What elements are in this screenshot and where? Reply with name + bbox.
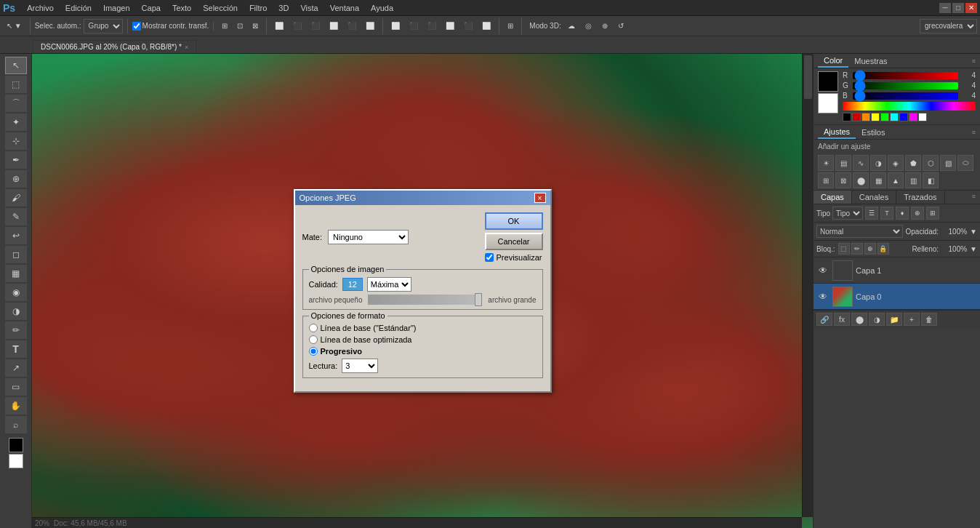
fg-color-swatch[interactable] bbox=[9, 438, 23, 452]
menu-3d[interactable]: 3D bbox=[273, 2, 294, 14]
adj-curves[interactable]: ∿ bbox=[853, 155, 869, 171]
mate-select[interactable]: Ninguno bbox=[328, 230, 409, 244]
menu-capa[interactable]: Capa bbox=[136, 2, 166, 14]
modo3d-btn2[interactable]: ◎ bbox=[582, 18, 595, 34]
extra-btn1[interactable]: ⊞ bbox=[504, 18, 517, 34]
layer-eye-capa1[interactable]: 👁 bbox=[816, 264, 830, 277]
adj-selective-color[interactable]: ◧ bbox=[923, 172, 939, 188]
lectura-select[interactable]: 3 bbox=[342, 359, 378, 373]
brush-tool[interactable]: 🖌 bbox=[5, 189, 27, 207]
select-tool-button[interactable]: ↖ ▼ bbox=[3, 18, 25, 34]
align-btn3[interactable]: ⬛ bbox=[308, 18, 324, 34]
adj-photo-filter[interactable]: ⬭ bbox=[957, 155, 973, 171]
ok-button[interactable]: OK bbox=[485, 212, 543, 230]
adj-channel-mixer[interactable]: ⊞ bbox=[818, 172, 834, 188]
align-btn2[interactable]: ⬛ bbox=[289, 18, 305, 34]
trazados-tab[interactable]: Trazados bbox=[896, 191, 944, 204]
adj-brightness[interactable]: ☀ bbox=[818, 155, 834, 171]
swatch-white[interactable] bbox=[918, 113, 927, 121]
align-btn1[interactable]: ⬜ bbox=[271, 18, 287, 34]
menu-ventana[interactable]: Ventana bbox=[324, 2, 365, 14]
adjustments-panel-arrow[interactable]: ≡ bbox=[972, 129, 976, 136]
user-dropdown[interactable]: grecovalera bbox=[920, 19, 977, 33]
layer-link-icon[interactable]: 🔗 bbox=[816, 313, 832, 326]
swatch-magenta[interactable] bbox=[909, 113, 917, 121]
adj-color-balance[interactable]: ⬡ bbox=[923, 155, 939, 171]
lock-all[interactable]: 🔒 bbox=[877, 243, 889, 255]
layer-item-capa1[interactable]: 👁 Capa 1 bbox=[814, 257, 980, 284]
menu-archivo[interactable]: Archivo bbox=[21, 2, 60, 14]
document-tab[interactable]: DSCN0066.JPG al 20% (Capa 0, RGB/8*) * × bbox=[33, 40, 196, 53]
calidad-select[interactable]: Máxima bbox=[367, 277, 411, 292]
align-btn4[interactable]: ⬜ bbox=[326, 18, 342, 34]
lock-position[interactable]: ⊕ bbox=[864, 243, 876, 255]
transform-btn3[interactable]: ⊠ bbox=[249, 18, 262, 34]
canales-tab[interactable]: Canales bbox=[852, 191, 896, 204]
calidad-input[interactable] bbox=[342, 278, 363, 291]
menu-filtro[interactable]: Filtro bbox=[244, 2, 273, 14]
dialog-close-button[interactable]: × bbox=[534, 193, 546, 203]
menu-ayuda[interactable]: Ayuda bbox=[365, 2, 399, 14]
adj-posterize[interactable]: ▦ bbox=[870, 172, 886, 188]
shape-tool[interactable]: ▭ bbox=[5, 378, 27, 396]
align-btn6[interactable]: ⬜ bbox=[362, 18, 378, 34]
quality-slider[interactable] bbox=[368, 295, 482, 305]
move-tool[interactable]: ↖ bbox=[5, 57, 27, 74]
dist-btn1[interactable]: ⬜ bbox=[387, 18, 403, 34]
eraser-tool[interactable]: ◻ bbox=[5, 246, 27, 263]
crop-tool[interactable]: ⊹ bbox=[5, 132, 27, 150]
transform-btn1[interactable]: ⊞ bbox=[218, 18, 231, 34]
layer-mask-icon[interactable]: ⬤ bbox=[851, 313, 867, 326]
layers-tab[interactable]: Capas bbox=[814, 191, 852, 204]
swatch-green[interactable] bbox=[880, 113, 889, 121]
menu-vista[interactable]: Vista bbox=[294, 2, 324, 14]
blend-mode-select[interactable]: Normal bbox=[816, 225, 903, 238]
layer-tool-icon3[interactable]: ♦ bbox=[896, 207, 909, 220]
fg-color-box[interactable] bbox=[818, 71, 838, 92]
mostrar-checkbox[interactable] bbox=[132, 22, 141, 31]
layer-tool-icon4[interactable]: ⊕ bbox=[911, 207, 924, 220]
swatch-blue[interactable] bbox=[899, 113, 908, 121]
radio-linea-base-input[interactable] bbox=[309, 324, 318, 332]
modo3d-btn1[interactable]: ☁ bbox=[564, 18, 579, 34]
dist-btn4[interactable]: ⬜ bbox=[442, 18, 458, 34]
close-button[interactable]: ✕ bbox=[965, 3, 977, 13]
layer-fx-icon[interactable]: fx bbox=[834, 313, 850, 326]
radio-linea-base-opt-input[interactable] bbox=[309, 335, 318, 344]
dist-btn3[interactable]: ⬛ bbox=[424, 18, 440, 34]
menu-texto[interactable]: Texto bbox=[166, 2, 197, 14]
b-slider[interactable] bbox=[853, 92, 958, 100]
path-select-tool[interactable]: ↗ bbox=[5, 359, 27, 377]
swatch-red[interactable] bbox=[852, 113, 861, 121]
menu-seleccion[interactable]: Selección bbox=[197, 2, 244, 14]
adj-threshold[interactable]: ▲ bbox=[888, 172, 904, 188]
bg-color-box[interactable] bbox=[818, 93, 838, 113]
ajustes-tab[interactable]: Ajustes bbox=[818, 126, 856, 139]
color-tab[interactable]: Color bbox=[818, 55, 848, 68]
swatch-yellow[interactable] bbox=[871, 113, 880, 121]
layer-item-capa0[interactable]: 👁 Capa 0 bbox=[814, 284, 980, 310]
bg-color-swatch[interactable] bbox=[9, 454, 23, 468]
pen-tool[interactable]: ✏ bbox=[5, 321, 27, 339]
modo3d-btn3[interactable]: ⊕ bbox=[598, 18, 611, 34]
minimize-button[interactable]: ─ bbox=[939, 3, 951, 13]
magic-wand-tool[interactable]: ✦ bbox=[5, 113, 27, 131]
layer-adjustment-icon[interactable]: ◑ bbox=[869, 313, 885, 326]
color-gradient-bar[interactable] bbox=[843, 102, 976, 111]
spot-heal-tool[interactable]: ⊕ bbox=[5, 170, 27, 188]
adj-bw[interactable]: ▧ bbox=[940, 155, 956, 171]
color-panel-arrow[interactable]: ≡ bbox=[972, 57, 976, 65]
dist-btn6[interactable]: ⬜ bbox=[478, 18, 494, 34]
align-btn5[interactable]: ⬛ bbox=[344, 18, 360, 34]
clone-stamp-tool[interactable]: ✎ bbox=[5, 208, 27, 225]
layer-type-select[interactable]: Tipo bbox=[832, 207, 863, 220]
modo3d-btn4[interactable]: ↺ bbox=[614, 18, 627, 34]
swatch-black[interactable] bbox=[843, 113, 851, 121]
layer-tool-icon1[interactable]: ☰ bbox=[865, 207, 878, 220]
lasso-tool[interactable]: ⌒ bbox=[5, 95, 27, 112]
r-slider[interactable] bbox=[853, 72, 958, 79]
adj-gradient-map[interactable]: ▥ bbox=[905, 172, 921, 188]
adj-exposure[interactable]: ◑ bbox=[870, 155, 886, 171]
dist-btn5[interactable]: ⬛ bbox=[460, 18, 476, 34]
lock-pixels[interactable]: ✏ bbox=[851, 243, 863, 255]
